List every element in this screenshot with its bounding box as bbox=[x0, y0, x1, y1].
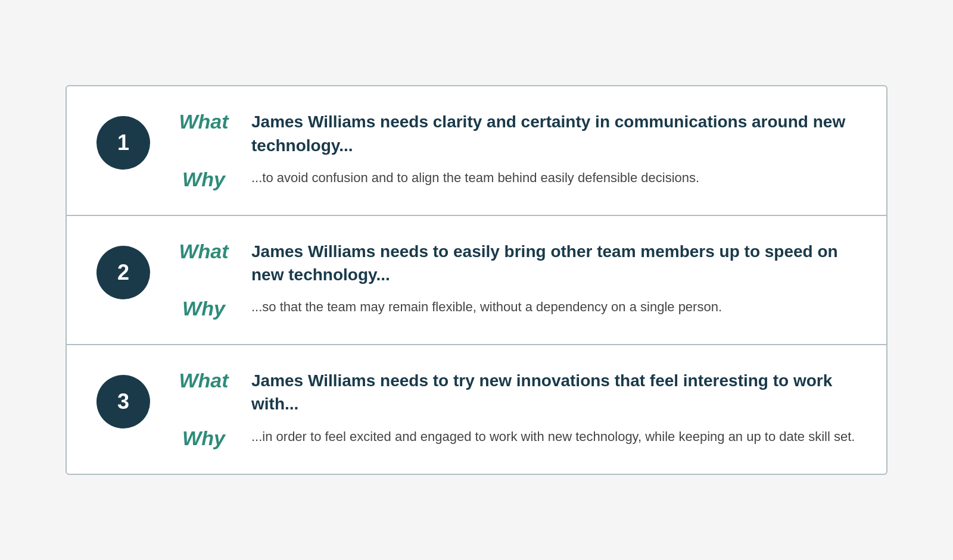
main-card: 1 What James Williams needs clarity and … bbox=[66, 85, 887, 474]
why-row-3: Why ...in order to feel excited and enga… bbox=[174, 427, 857, 450]
what-text-2: James Williams needs to easily bring oth… bbox=[251, 240, 857, 286]
what-row-2: What James Williams needs to easily brin… bbox=[174, 240, 857, 286]
why-label-2: Why bbox=[174, 297, 233, 320]
content-area-3: What James Williams needs to try new inn… bbox=[174, 369, 857, 449]
why-label-1: Why bbox=[174, 168, 233, 191]
card-row-1: 1 What James Williams needs clarity and … bbox=[67, 86, 886, 215]
number-badge-1: 1 bbox=[96, 116, 150, 170]
why-text-2: ...so that the team may remain flexible,… bbox=[251, 297, 857, 317]
number-badge-3: 3 bbox=[96, 375, 150, 428]
what-text-3: James Williams needs to try new innovati… bbox=[251, 369, 857, 415]
why-text-3: ...in order to feel excited and engaged … bbox=[251, 427, 857, 446]
number-3-text: 3 bbox=[117, 389, 129, 414]
what-row-1: What James Williams needs clarity and ce… bbox=[174, 110, 857, 157]
what-label-3: What bbox=[174, 369, 233, 392]
what-label-2: What bbox=[174, 240, 233, 263]
content-area-1: What James Williams needs clarity and ce… bbox=[174, 110, 857, 190]
number-badge-2: 2 bbox=[96, 246, 150, 299]
why-label-3: Why bbox=[174, 427, 233, 450]
number-1-text: 1 bbox=[117, 130, 129, 155]
why-row-2: Why ...so that the team may remain flexi… bbox=[174, 297, 857, 320]
card-row-2: 2 What James Williams needs to easily br… bbox=[67, 216, 886, 345]
card-row-3: 3 What James Williams needs to try new i… bbox=[67, 345, 886, 473]
why-text-1: ...to avoid confusion and to align the t… bbox=[251, 168, 857, 187]
why-row-1: Why ...to avoid confusion and to align t… bbox=[174, 168, 857, 191]
what-text-1: James Williams needs clarity and certain… bbox=[251, 110, 857, 157]
what-row-3: What James Williams needs to try new inn… bbox=[174, 369, 857, 415]
content-area-2: What James Williams needs to easily brin… bbox=[174, 240, 857, 320]
number-2-text: 2 bbox=[117, 260, 129, 285]
what-label-1: What bbox=[174, 110, 233, 133]
